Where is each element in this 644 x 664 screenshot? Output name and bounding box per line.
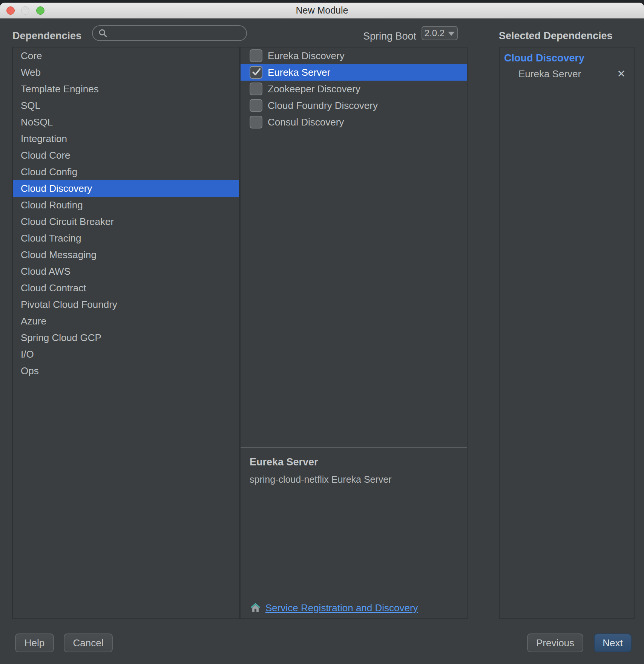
search-icon bbox=[98, 28, 108, 38]
description-title: Eureka Server bbox=[250, 456, 458, 468]
category-item[interactable]: SQL bbox=[13, 97, 239, 114]
category-list: CoreWebTemplate EnginesSQLNoSQLIntegrati… bbox=[12, 47, 240, 619]
category-item[interactable]: Core bbox=[13, 47, 239, 64]
help-button[interactable]: Help bbox=[15, 633, 54, 652]
new-module-dialog: New Module Dependencies Spring Boot 2.0.… bbox=[0, 3, 644, 664]
category-item[interactable]: Template Engines bbox=[13, 81, 239, 97]
dependency-option[interactable]: Cloud Foundry Discovery bbox=[241, 97, 467, 114]
close-icon[interactable]: ✕ bbox=[617, 66, 626, 82]
selected-dependencies-heading: Selected Dependencies bbox=[499, 30, 613, 42]
category-item[interactable]: Azure bbox=[13, 313, 239, 329]
category-item[interactable]: Ops bbox=[13, 363, 239, 379]
category-item[interactable]: Cloud Contract bbox=[13, 280, 239, 296]
dependency-panel: Eureka DiscoveryEureka ServerZookeeper D… bbox=[240, 47, 468, 619]
checkbox-icon[interactable] bbox=[250, 99, 262, 112]
category-item[interactable]: Cloud Tracing bbox=[13, 230, 239, 246]
category-item[interactable]: Web bbox=[13, 64, 239, 81]
description-subtitle: spring-cloud-netflix Eureka Server bbox=[250, 474, 458, 485]
dependency-option-label: Cloud Foundry Discovery bbox=[268, 97, 378, 114]
category-item[interactable]: Cloud Config bbox=[13, 164, 239, 180]
dependency-option[interactable]: Zookeeper Discovery bbox=[241, 81, 467, 97]
chevron-down-icon bbox=[448, 32, 455, 36]
selected-items: Eureka Server✕ bbox=[500, 66, 634, 82]
category-item[interactable]: Integration bbox=[13, 130, 239, 147]
category-item[interactable]: Cloud Circuit Breaker bbox=[13, 213, 239, 230]
checkbox-icon[interactable] bbox=[250, 49, 262, 62]
selected-dependencies-panel: Cloud Discovery Eureka Server✕ bbox=[499, 47, 635, 619]
dependency-option-label: Eureka Discovery bbox=[268, 47, 345, 64]
home-icon bbox=[250, 602, 261, 614]
guide-link-row[interactable]: Service Registration and Discovery bbox=[250, 602, 418, 614]
spring-boot-version-value: 2.0.2 bbox=[425, 28, 445, 38]
window-title: New Module bbox=[0, 3, 644, 18]
category-item[interactable]: Pivotal Cloud Foundry bbox=[13, 296, 239, 313]
selected-dependency-label: Eureka Server bbox=[518, 66, 581, 82]
category-item[interactable]: Cloud AWS bbox=[13, 263, 239, 280]
spring-boot-label: Spring Boot bbox=[363, 31, 416, 42]
checkbox-icon[interactable] bbox=[250, 116, 262, 129]
category-item[interactable]: Cloud Discovery bbox=[13, 180, 239, 197]
category-item[interactable]: Spring Cloud GCP bbox=[13, 329, 239, 346]
cancel-button[interactable]: Cancel bbox=[64, 633, 113, 652]
search-field[interactable] bbox=[92, 25, 247, 41]
category-item[interactable]: Cloud Routing bbox=[13, 197, 239, 213]
spring-boot-version-dropdown[interactable]: 2.0.2 bbox=[422, 26, 458, 40]
category-item[interactable]: I/O bbox=[13, 346, 239, 363]
guide-link[interactable]: Service Registration and Discovery bbox=[265, 602, 418, 614]
category-item[interactable]: Cloud Messaging bbox=[13, 246, 239, 263]
checkbox-icon[interactable] bbox=[250, 83, 262, 95]
category-item[interactable]: Cloud Core bbox=[13, 147, 239, 164]
selected-group-header: Cloud Discovery bbox=[500, 47, 634, 66]
next-button[interactable]: Next bbox=[594, 633, 632, 652]
category-item[interactable]: NoSQL bbox=[13, 114, 239, 130]
dependency-option-label: Consul Discovery bbox=[268, 114, 344, 130]
dependency-option[interactable]: Consul Discovery bbox=[241, 114, 467, 130]
dependencies-heading: Dependencies bbox=[12, 30, 81, 42]
dependency-option-label: Zookeeper Discovery bbox=[268, 81, 360, 97]
checkbox-checked-icon[interactable] bbox=[250, 66, 262, 79]
title-bar: New Module bbox=[0, 3, 644, 18]
dependency-description: Eureka Server spring-cloud-netflix Eurek… bbox=[241, 447, 467, 618]
dependency-option-list: Eureka DiscoveryEureka ServerZookeeper D… bbox=[241, 47, 467, 447]
dependency-option[interactable]: Eureka Server bbox=[241, 64, 467, 81]
selected-dependency-row: Eureka Server✕ bbox=[500, 66, 634, 82]
previous-button[interactable]: Previous bbox=[527, 633, 583, 652]
dependency-option-label: Eureka Server bbox=[268, 64, 330, 81]
dependency-option[interactable]: Eureka Discovery bbox=[241, 47, 467, 64]
search-input[interactable] bbox=[108, 28, 242, 39]
